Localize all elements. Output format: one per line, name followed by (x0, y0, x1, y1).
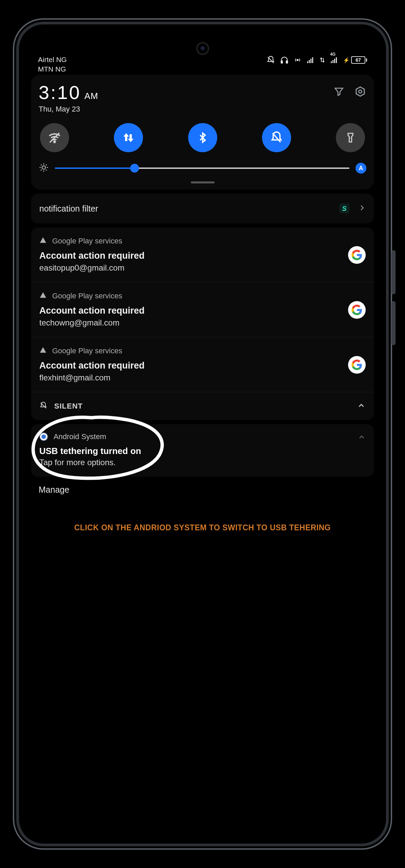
clock-date: Thu, May 23 (39, 105, 98, 114)
quick-settings-panel: 3:10 AM Thu, May 23 (31, 75, 374, 190)
signal-1-icon (306, 56, 315, 64)
status-icons: 4G ⚡ 67 (266, 36, 367, 64)
svg-rect-7 (312, 57, 313, 63)
svg-rect-2 (286, 61, 287, 63)
bezel: Airtel NG MTN NG (20, 26, 385, 842)
notification-title: Account action required (39, 305, 366, 316)
screen: Airtel NG MTN NG (27, 33, 378, 835)
android-system-icon (39, 432, 48, 441)
notification-subtitle: flexhint@gmail.com (39, 373, 366, 382)
notification-title: Account action required (39, 251, 366, 261)
svg-rect-9 (332, 60, 333, 63)
filter-app-badge: S (339, 203, 349, 214)
svg-rect-8 (331, 61, 332, 63)
tile-dnd[interactable] (262, 123, 291, 152)
system-notification-app: Android System (54, 432, 106, 441)
notification-app: Google Play services (52, 237, 122, 245)
svg-point-13 (54, 141, 55, 142)
manage-button[interactable]: Manage (29, 477, 376, 503)
svg-rect-5 (309, 60, 310, 63)
carrier-1: Airtel NG (38, 55, 67, 64)
svg-point-12 (359, 90, 362, 93)
tile-bluetooth[interactable] (188, 123, 217, 152)
chevron-up-icon (358, 433, 366, 442)
chevron-up-icon (357, 401, 366, 411)
system-notification[interactable]: Android System USB tethering turned on T… (31, 424, 374, 477)
volume-down-button[interactable] (391, 301, 396, 345)
carrier-2: MTN NG (38, 64, 67, 74)
notification-item[interactable]: Google Play services Account action requ… (31, 282, 374, 337)
chevron-right-icon (358, 204, 366, 213)
system-notification-title: USB tethering turned on (39, 446, 366, 456)
notification-item[interactable]: Google Play services Account action requ… (31, 337, 374, 392)
notification-subtitle: techowng@gmail.com (39, 318, 366, 328)
google-icon (348, 301, 366, 319)
charging-icon: ⚡ (343, 57, 350, 63)
svg-rect-6 (310, 59, 311, 63)
signal-2-icon: 4G (330, 56, 338, 64)
data-arrows-icon (319, 56, 325, 64)
content: Airtel NG MTN NG (27, 33, 378, 835)
google-icon (348, 356, 366, 374)
clock-time: 3:10 (39, 81, 81, 103)
system-notification-subtitle: Tap for more options. (39, 458, 366, 467)
svg-line-22 (41, 164, 42, 165)
warning-icon (39, 236, 47, 246)
filter-icon[interactable] (333, 86, 345, 99)
tile-wifi[interactable] (40, 123, 69, 152)
svg-point-3 (297, 59, 298, 61)
qs-tiles (39, 123, 366, 152)
clock-ampm: AM (84, 91, 98, 101)
notification-group: Google Play services Account action requ… (31, 228, 374, 420)
tile-flashlight[interactable] (336, 123, 365, 152)
notification-subtitle: easitopup0@gmail.com (39, 263, 366, 273)
hotspot-icon (293, 56, 302, 64)
stage: Airtel NG MTN NG (0, 0, 405, 868)
notification-app: Google Play services (52, 347, 122, 355)
brightness-icon (39, 162, 49, 174)
svg-rect-11 (336, 57, 337, 63)
panel-drag-handle[interactable] (191, 181, 215, 183)
warning-icon (39, 346, 47, 356)
notification-app: Google Play services (52, 292, 122, 300)
status-bar: Airtel NG MTN NG (29, 33, 376, 73)
svg-rect-4 (307, 61, 308, 63)
battery-indicator: ⚡ 67 (343, 56, 367, 64)
svg-point-17 (42, 166, 45, 169)
brightness-slider[interactable] (55, 167, 349, 169)
brightness-row: A (39, 162, 366, 174)
notification-title: Account action required (39, 360, 366, 371)
headphones-icon (280, 56, 289, 64)
auto-brightness-toggle[interactable]: A (356, 163, 366, 174)
notification-filter-card[interactable]: notification filter S (31, 194, 374, 223)
svg-rect-10 (334, 59, 335, 63)
settings-icon[interactable] (354, 85, 366, 99)
volume-up-button[interactable] (391, 250, 396, 294)
dnd-status-icon (266, 56, 275, 64)
clock[interactable]: 3:10 AM Thu, May 23 (39, 81, 98, 114)
svg-line-23 (46, 170, 47, 171)
svg-line-24 (46, 164, 47, 165)
silent-label: SILENT (54, 402, 83, 411)
warning-icon (39, 291, 47, 301)
google-icon (348, 246, 366, 264)
carriers: Airtel NG MTN NG (38, 36, 67, 74)
silent-section-header[interactable]: SILENT (31, 392, 374, 420)
svg-line-25 (41, 170, 42, 171)
tile-mobile-data[interactable] (114, 123, 143, 152)
svg-rect-1 (281, 61, 282, 63)
notification-item[interactable]: Google Play services Account action requ… (31, 228, 374, 282)
filter-label: notification filter (39, 204, 98, 214)
phone-frame: Airtel NG MTN NG (13, 18, 392, 850)
silent-icon (39, 401, 47, 411)
instruction-text: CLICK ON THE ANDRIOD SYSTEM TO SWITCH TO… (29, 523, 376, 532)
